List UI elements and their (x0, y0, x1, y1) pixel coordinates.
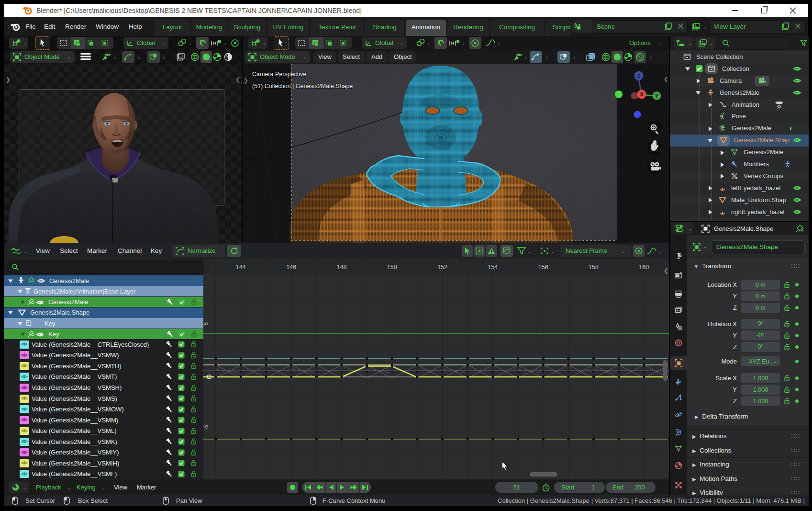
svg-text:Y: Y (655, 93, 659, 99)
svg-text:Z: Z (637, 73, 641, 79)
svg-text:X: X (640, 91, 644, 97)
